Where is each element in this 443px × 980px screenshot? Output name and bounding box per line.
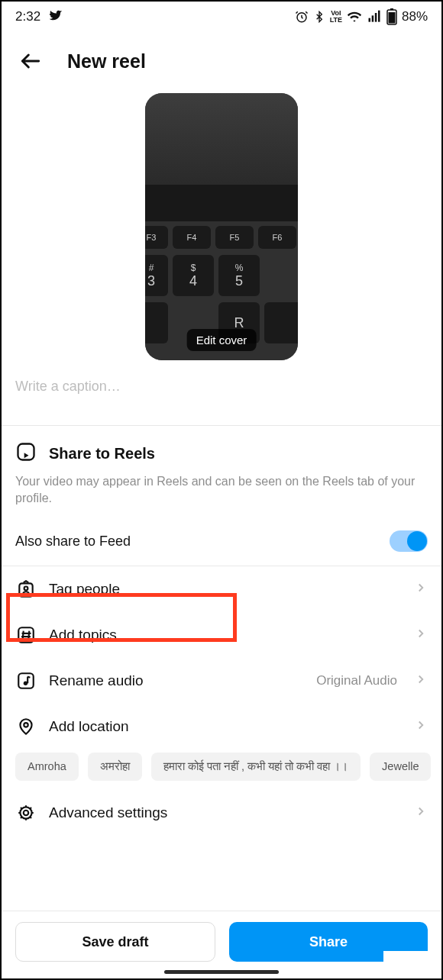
cover-preview-wrap: F3 F4 F5 F6 #3 $4 %5 R Edit cover bbox=[2, 84, 441, 360]
twitter-icon bbox=[48, 8, 63, 27]
add-location-row[interactable]: Add location bbox=[2, 704, 441, 750]
alarm-icon bbox=[295, 10, 309, 24]
person-tag-icon bbox=[15, 579, 37, 600]
location-pin-icon bbox=[15, 716, 37, 737]
caption-input[interactable]: Write a caption… bbox=[2, 360, 441, 425]
signal-icon bbox=[367, 9, 382, 24]
add-topics-row[interactable]: Add topics bbox=[2, 612, 441, 658]
chevron-right-icon bbox=[414, 718, 428, 735]
share-to-feed-toggle[interactable] bbox=[390, 530, 428, 552]
advanced-settings-label: Advanced settings bbox=[49, 804, 402, 821]
chevron-right-icon bbox=[414, 672, 428, 689]
chevron-right-icon bbox=[414, 804, 428, 821]
volte-bottom: LTE bbox=[330, 17, 342, 24]
rename-audio-row[interactable]: Rename audio Original Audio bbox=[2, 658, 441, 704]
add-topics-label: Add topics bbox=[49, 627, 402, 643]
svg-rect-12 bbox=[18, 673, 34, 688]
chevron-right-icon bbox=[414, 581, 428, 598]
status-right: VoI LTE 88% bbox=[295, 8, 428, 25]
share-to-feed-label: Also share to Feed bbox=[15, 534, 131, 550]
svg-rect-4 bbox=[378, 11, 380, 22]
app-header: New reel bbox=[2, 32, 441, 84]
svg-rect-2 bbox=[372, 15, 374, 21]
rename-audio-label: Rename audio bbox=[49, 672, 304, 689]
share-reels-section: Share to Reels Your video may appear in … bbox=[2, 426, 441, 517]
location-chip[interactable]: Jewelle bbox=[370, 753, 431, 781]
svg-rect-1 bbox=[368, 18, 370, 22]
share-button[interactable]: Share bbox=[229, 922, 428, 962]
volte-badge: VoI LTE bbox=[330, 10, 342, 24]
rename-audio-meta: Original Audio bbox=[316, 673, 397, 688]
svg-rect-7 bbox=[388, 12, 395, 24]
svg-point-16 bbox=[24, 811, 29, 816]
caption-placeholder: Write a caption… bbox=[15, 379, 121, 394]
chevron-right-icon bbox=[414, 627, 428, 643]
battery-percent: 88% bbox=[402, 9, 428, 24]
add-location-label: Add location bbox=[49, 718, 402, 735]
arrow-left-icon bbox=[18, 49, 43, 73]
bluetooth-icon bbox=[313, 11, 325, 23]
hashtag-icon bbox=[15, 624, 37, 646]
svg-point-14 bbox=[24, 723, 27, 727]
svg-point-10 bbox=[24, 587, 28, 591]
status-bar: 2:32 VoI LTE 88% bbox=[2, 2, 441, 32]
status-time: 2:32 bbox=[15, 9, 40, 24]
svg-rect-3 bbox=[375, 13, 377, 22]
audio-icon bbox=[15, 670, 37, 691]
location-chip[interactable]: अमरोहा bbox=[88, 753, 142, 781]
bottom-bar: Save draft Share bbox=[2, 911, 441, 978]
edit-cover-button[interactable]: Edit cover bbox=[187, 329, 257, 351]
svg-point-13 bbox=[24, 682, 27, 685]
wifi-icon bbox=[347, 9, 362, 24]
svg-rect-8 bbox=[18, 444, 34, 460]
tag-people-row[interactable]: Tag people bbox=[2, 566, 441, 612]
cover-preview[interactable]: F3 F4 F5 F6 #3 $4 %5 R Edit cover bbox=[145, 93, 298, 360]
svg-point-15 bbox=[20, 808, 31, 819]
gear-icon bbox=[15, 802, 37, 824]
back-button[interactable] bbox=[15, 46, 46, 76]
home-indicator[interactable] bbox=[164, 970, 279, 974]
location-chip[interactable]: Amroha bbox=[15, 753, 79, 781]
share-reels-desc: Your video may appear in Reels and can b… bbox=[15, 473, 428, 506]
toggle-thumb bbox=[407, 531, 427, 551]
battery-icon bbox=[386, 8, 397, 25]
status-left: 2:32 bbox=[15, 8, 63, 27]
location-chip[interactable]: हमारा कोई पता नहीं , कभी यहां तो कभी वहा… bbox=[151, 753, 361, 781]
tag-people-label: Tag people bbox=[49, 581, 402, 598]
advanced-settings-row[interactable]: Advanced settings bbox=[2, 790, 441, 836]
location-chips: Amroha अमरोहा हमारा कोई पता नहीं , कभी य… bbox=[2, 750, 441, 790]
svg-rect-11 bbox=[18, 627, 34, 643]
reels-icon bbox=[15, 441, 37, 466]
share-reels-title: Share to Reels bbox=[49, 445, 155, 463]
share-to-feed-row: Also share to Feed bbox=[2, 517, 441, 566]
save-draft-button[interactable]: Save draft bbox=[15, 922, 215, 962]
page-title: New reel bbox=[67, 50, 146, 73]
